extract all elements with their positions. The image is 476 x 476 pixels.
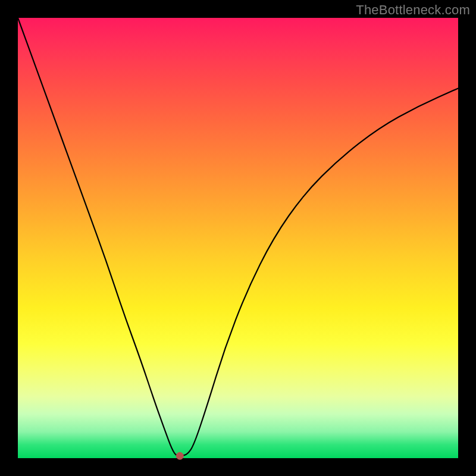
bottleneck-curve: [18, 18, 458, 456]
minimum-marker: [176, 452, 183, 459]
chart-frame: TheBottleneck.com: [0, 0, 476, 476]
plot-area: [18, 18, 458, 458]
watermark-text: TheBottleneck.com: [356, 2, 470, 18]
bottleneck-curve-svg: [18, 18, 458, 458]
